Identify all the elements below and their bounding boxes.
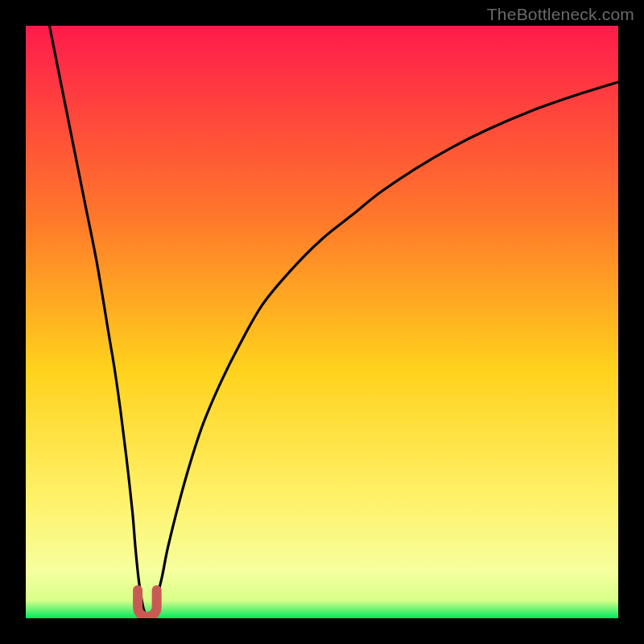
chart-frame [26,26,618,618]
gradient-background [26,26,618,618]
bottleneck-chart [26,26,618,618]
watermark-text: TheBottleneck.com [487,5,634,24]
